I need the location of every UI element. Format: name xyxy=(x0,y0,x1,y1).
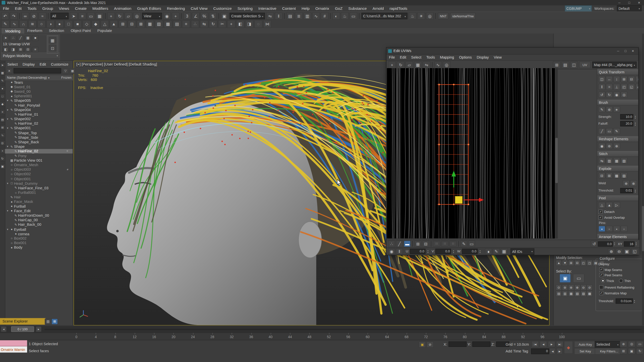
panel-tool-icon[interactable]: ▭ xyxy=(635,84,638,90)
light-icon[interactable]: ☀ xyxy=(417,12,425,20)
timeline-label[interactable]: 72 xyxy=(422,335,430,339)
panel-tool-icon[interactable]: ✎ xyxy=(613,128,620,134)
menu-tools[interactable]: Tools xyxy=(24,6,39,11)
pm-select-icon[interactable]: ➤ xyxy=(3,35,9,41)
scene-object-row[interactable]: ▾□Head_Dummy xyxy=(5,181,73,186)
threshold-field[interactable]: 0.01cm xyxy=(616,298,633,304)
uv-space-button[interactable]: UV xyxy=(579,62,591,68)
pm-loop-icon[interactable]: ◧ xyxy=(3,47,9,52)
panel-tool-icon[interactable]: ▨ xyxy=(621,172,628,178)
uv-scale-icon[interactable]: ▱ xyxy=(405,61,413,68)
scene-object-row[interactable]: ◆Sword_00 xyxy=(5,89,73,94)
modifier-stack-label[interactable]: 13: Unwrap UVW xyxy=(3,42,30,46)
timeline-label[interactable]: 60 xyxy=(364,335,372,339)
select-and-rotate-icon[interactable]: ↻ xyxy=(116,12,124,20)
expand-caret-icon[interactable]: ▾ xyxy=(6,145,10,148)
modify-selection-icon[interactable]: ⊞ xyxy=(568,260,574,266)
modeling-tool-icon[interactable]: ▦ xyxy=(146,20,154,28)
unlink-selection-icon[interactable]: ⊘ xyxy=(30,12,38,20)
scene-object-row[interactable]: ✎HairFine_02∗ xyxy=(5,149,73,153)
panel-tool-icon[interactable]: ▧ xyxy=(621,158,628,164)
current-frame-field[interactable]: 0 xyxy=(531,348,549,354)
scene-object-row[interactable]: ○Ornatrix_Mesh xyxy=(5,163,73,167)
previous-frame-icon[interactable]: ◀ xyxy=(540,341,547,347)
menu-animation[interactable]: Animation xyxy=(111,6,134,11)
timeline-label[interactable]: 40 xyxy=(266,335,275,339)
schematic-view-icon[interactable]: # xyxy=(321,12,329,20)
select-by-icon[interactable]: ⊚ xyxy=(562,284,568,290)
select-and-manipulate-icon[interactable]: + xyxy=(172,12,179,20)
scene-object-row[interactable]: ○Object003∗ xyxy=(5,167,73,172)
panel-tool-icon[interactable]: ↕ xyxy=(613,76,620,82)
bind-to-space-warp-icon[interactable]: ≈ xyxy=(38,12,46,20)
menu-file[interactable]: File xyxy=(0,6,12,11)
uv-menu-options[interactable]: Options xyxy=(457,55,474,59)
timeline-label[interactable]: 96 xyxy=(538,335,547,339)
w-spinner[interactable]: ▴▾ xyxy=(478,249,482,254)
curve-editor-icon[interactable]: ∿ xyxy=(312,12,320,20)
panel-tool-icon[interactable]: ↺ xyxy=(598,92,606,98)
modeling-tool-icon[interactable]: ◆ xyxy=(92,20,100,28)
scene-explorer-toggle-icon[interactable]: ▤ xyxy=(286,12,294,20)
isolate-selection-icon[interactable]: ▣ xyxy=(419,341,426,347)
panel-tool-icon[interactable]: ↔ xyxy=(606,76,613,82)
se-menu-display[interactable]: Display xyxy=(20,62,37,66)
uv-grid-spinner[interactable]: ▴▾ xyxy=(634,241,638,246)
timeline-label[interactable]: 4 xyxy=(92,335,100,339)
next-frame-arrow[interactable]: ► xyxy=(36,326,42,332)
peel-seams-checkbox[interactable]: ✓ xyxy=(599,273,603,277)
angle-snap-icon[interactable]: ∠ xyxy=(192,12,199,20)
scene-object-row[interactable]: ▾●Eyeball xyxy=(5,227,73,232)
select-by-icon[interactable]: ⊖ xyxy=(580,284,586,290)
cgbump-dropdown[interactable]: CGBUMP ▾ xyxy=(565,5,592,12)
expand-caret-icon[interactable]: ▾ xyxy=(6,127,10,130)
scene-object-row[interactable]: ○Object001 xyxy=(5,176,73,181)
percent-snap-icon[interactable]: % xyxy=(200,12,208,20)
panel-tool-icon[interactable]: ◉ xyxy=(613,92,620,98)
timeline-label[interactable]: 16 xyxy=(150,335,158,339)
uv-pipette-icon[interactable]: ✎ xyxy=(493,248,500,254)
explorer-tool-icon[interactable]: ↻ xyxy=(0,156,5,161)
select-by-name-icon[interactable]: ≡ xyxy=(78,12,86,20)
scene-object-row[interactable]: ▾✎Shape004 xyxy=(5,108,73,112)
timeline-label[interactable]: 32 xyxy=(228,335,236,339)
section-header-explode[interactable]: Explode xyxy=(597,166,638,172)
scene-object-row[interactable]: ○FurBall001 xyxy=(5,190,73,195)
select-by-icon[interactable]: ⊙ xyxy=(556,284,562,290)
panel-tool-icon[interactable]: ⊛ xyxy=(606,106,613,112)
explorer-tool-icon[interactable]: ◆ xyxy=(0,101,5,107)
spinner[interactable]: ▴▾ xyxy=(634,121,637,126)
ribbon-toggle-icon[interactable]: ▥ xyxy=(304,12,311,20)
add-time-tag[interactable]: Add Time Tag xyxy=(506,349,528,353)
modeling-tool-icon[interactable]: ✂ xyxy=(218,20,226,28)
uv-menu-file[interactable]: File xyxy=(386,55,397,59)
threshold-spinner[interactable]: ▴▾ xyxy=(633,299,636,304)
uv-grow-selection-icon[interactable]: ⊞ xyxy=(414,241,421,247)
named-selection-set-combo[interactable]: Create Selection Sel▾ xyxy=(230,13,265,19)
menu-content[interactable]: Content xyxy=(279,6,299,11)
checkbox-detach[interactable]: ✓ xyxy=(598,210,602,214)
modeling-tool-icon[interactable]: ∴ xyxy=(191,20,199,28)
select-by-icon[interactable]: ▦ xyxy=(568,291,574,297)
y-field[interactable] xyxy=(472,341,490,347)
scene-object-row[interactable]: ▾✎Shape xyxy=(5,144,73,149)
panel-tool-icon[interactable]: ⊕ xyxy=(613,143,620,149)
modeling-tool-icon[interactable]: ■ xyxy=(73,20,82,28)
uv-axis-label[interactable]: XY xyxy=(618,242,622,246)
modeling-tool-icon[interactable]: ∩ xyxy=(19,20,28,28)
uv-select-ring-icon[interactable]: ∷ xyxy=(441,241,448,247)
menu-help[interactable]: Help xyxy=(299,6,312,11)
search-input[interactable] xyxy=(14,68,61,73)
modeling-tool-icon[interactable]: ⊟ xyxy=(128,20,136,28)
menu-create[interactable]: Create xyxy=(72,6,89,11)
filter-funnel-icon[interactable]: ▽ xyxy=(62,68,68,74)
timeline-label[interactable]: 56 xyxy=(344,335,352,339)
scene-object-row[interactable]: ✎Shape_Top xyxy=(5,130,73,135)
track-bar[interactable]: 0481216202428323640444852566064687276808… xyxy=(0,332,644,340)
selection-filter-dropdown[interactable]: All▾ xyxy=(51,13,69,19)
panel-tool-icon[interactable]: ⊕ xyxy=(623,180,630,186)
menu-edit[interactable]: Edit xyxy=(12,6,25,11)
panel-tool-icon[interactable]: ▥ xyxy=(606,158,613,164)
modify-selection-icon[interactable]: ▼ xyxy=(562,260,568,266)
panel-tool-icon[interactable]: ‖ xyxy=(598,84,606,90)
